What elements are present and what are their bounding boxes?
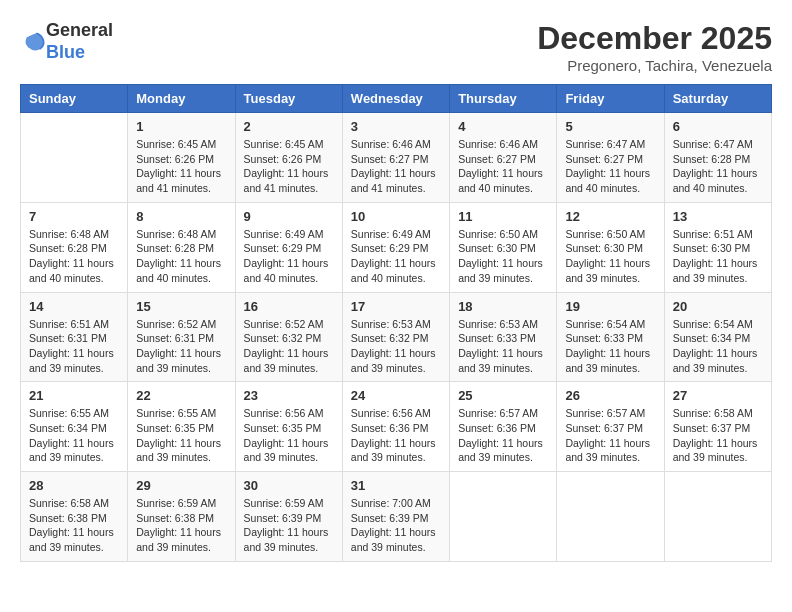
sunset-text: Sunset: 6:37 PM: [565, 422, 643, 434]
sunrise-text: Sunrise: 6:53 AM: [458, 318, 538, 330]
week-row-2: 14 Sunrise: 6:51 AM Sunset: 6:31 PM Dayl…: [21, 292, 772, 382]
day-cell-3-5: 26 Sunrise: 6:57 AM Sunset: 6:37 PM Dayl…: [557, 382, 664, 472]
day-cell-2-5: 19 Sunrise: 6:54 AM Sunset: 6:33 PM Dayl…: [557, 292, 664, 382]
sunset-text: Sunset: 6:27 PM: [351, 153, 429, 165]
sunrise-text: Sunrise: 6:57 AM: [458, 407, 538, 419]
day-cell-0-3: 3 Sunrise: 6:46 AM Sunset: 6:27 PM Dayli…: [342, 113, 449, 203]
daylight-text: Daylight: 11 hours and 40 minutes.: [673, 167, 758, 194]
sunrise-text: Sunrise: 6:46 AM: [351, 138, 431, 150]
sunset-text: Sunset: 6:30 PM: [565, 242, 643, 254]
sunset-text: Sunset: 6:33 PM: [565, 332, 643, 344]
day-cell-3-3: 24 Sunrise: 6:56 AM Sunset: 6:36 PM Dayl…: [342, 382, 449, 472]
sunset-text: Sunset: 6:38 PM: [136, 512, 214, 524]
calendar-header-row: Sunday Monday Tuesday Wednesday Thursday…: [21, 85, 772, 113]
day-cell-1-5: 12 Sunrise: 6:50 AM Sunset: 6:30 PM Dayl…: [557, 202, 664, 292]
day-info: Sunrise: 6:56 AM Sunset: 6:36 PM Dayligh…: [351, 406, 441, 465]
day-cell-4-3: 31 Sunrise: 7:00 AM Sunset: 6:39 PM Dayl…: [342, 472, 449, 562]
day-cell-0-2: 2 Sunrise: 6:45 AM Sunset: 6:26 PM Dayli…: [235, 113, 342, 203]
day-number: 1: [136, 119, 226, 134]
day-number: 30: [244, 478, 334, 493]
sunrise-text: Sunrise: 6:55 AM: [136, 407, 216, 419]
day-info: Sunrise: 6:55 AM Sunset: 6:34 PM Dayligh…: [29, 406, 119, 465]
sunrise-text: Sunrise: 6:49 AM: [351, 228, 431, 240]
sunrise-text: Sunrise: 6:53 AM: [351, 318, 431, 330]
daylight-text: Daylight: 11 hours and 39 minutes.: [565, 347, 650, 374]
daylight-text: Daylight: 11 hours and 41 minutes.: [351, 167, 436, 194]
day-number: 20: [673, 299, 763, 314]
day-info: Sunrise: 6:50 AM Sunset: 6:30 PM Dayligh…: [565, 227, 655, 286]
sunset-text: Sunset: 6:27 PM: [565, 153, 643, 165]
day-number: 23: [244, 388, 334, 403]
sunrise-text: Sunrise: 6:51 AM: [29, 318, 109, 330]
sunset-text: Sunset: 6:37 PM: [673, 422, 751, 434]
sunrise-text: Sunrise: 6:45 AM: [244, 138, 324, 150]
sunrise-text: Sunrise: 6:52 AM: [244, 318, 324, 330]
sunrise-text: Sunrise: 6:46 AM: [458, 138, 538, 150]
day-number: 29: [136, 478, 226, 493]
sunset-text: Sunset: 6:31 PM: [136, 332, 214, 344]
sunset-text: Sunset: 6:34 PM: [673, 332, 751, 344]
sunrise-text: Sunrise: 6:59 AM: [244, 497, 324, 509]
day-number: 11: [458, 209, 548, 224]
daylight-text: Daylight: 11 hours and 39 minutes.: [29, 437, 114, 464]
day-number: 15: [136, 299, 226, 314]
day-cell-3-6: 27 Sunrise: 6:58 AM Sunset: 6:37 PM Dayl…: [664, 382, 771, 472]
day-info: Sunrise: 6:49 AM Sunset: 6:29 PM Dayligh…: [244, 227, 334, 286]
day-number: 4: [458, 119, 548, 134]
day-number: 31: [351, 478, 441, 493]
day-info: Sunrise: 6:48 AM Sunset: 6:28 PM Dayligh…: [29, 227, 119, 286]
daylight-text: Daylight: 11 hours and 40 minutes.: [29, 257, 114, 284]
sunset-text: Sunset: 6:28 PM: [136, 242, 214, 254]
day-cell-1-0: 7 Sunrise: 6:48 AM Sunset: 6:28 PM Dayli…: [21, 202, 128, 292]
day-number: 9: [244, 209, 334, 224]
day-info: Sunrise: 6:56 AM Sunset: 6:35 PM Dayligh…: [244, 406, 334, 465]
day-info: Sunrise: 6:45 AM Sunset: 6:26 PM Dayligh…: [136, 137, 226, 196]
daylight-text: Daylight: 11 hours and 39 minutes.: [136, 347, 221, 374]
logo: General Blue: [20, 20, 113, 63]
daylight-text: Daylight: 11 hours and 40 minutes.: [136, 257, 221, 284]
day-info: Sunrise: 6:59 AM Sunset: 6:38 PM Dayligh…: [136, 496, 226, 555]
sunset-text: Sunset: 6:30 PM: [458, 242, 536, 254]
col-tuesday: Tuesday: [235, 85, 342, 113]
day-info: Sunrise: 6:53 AM Sunset: 6:32 PM Dayligh…: [351, 317, 441, 376]
day-cell-3-4: 25 Sunrise: 6:57 AM Sunset: 6:36 PM Dayl…: [450, 382, 557, 472]
sunrise-text: Sunrise: 6:48 AM: [136, 228, 216, 240]
daylight-text: Daylight: 11 hours and 39 minutes.: [673, 347, 758, 374]
day-cell-2-2: 16 Sunrise: 6:52 AM Sunset: 6:32 PM Dayl…: [235, 292, 342, 382]
day-cell-3-1: 22 Sunrise: 6:55 AM Sunset: 6:35 PM Dayl…: [128, 382, 235, 472]
sunrise-text: Sunrise: 6:54 AM: [565, 318, 645, 330]
daylight-text: Daylight: 11 hours and 39 minutes.: [351, 347, 436, 374]
day-cell-2-1: 15 Sunrise: 6:52 AM Sunset: 6:31 PM Dayl…: [128, 292, 235, 382]
day-cell-0-0: [21, 113, 128, 203]
sunset-text: Sunset: 6:35 PM: [244, 422, 322, 434]
daylight-text: Daylight: 11 hours and 39 minutes.: [351, 526, 436, 553]
sunrise-text: Sunrise: 6:58 AM: [29, 497, 109, 509]
sunset-text: Sunset: 6:28 PM: [29, 242, 107, 254]
sunrise-text: Sunrise: 6:45 AM: [136, 138, 216, 150]
day-info: Sunrise: 6:54 AM Sunset: 6:33 PM Dayligh…: [565, 317, 655, 376]
daylight-text: Daylight: 11 hours and 39 minutes.: [458, 437, 543, 464]
day-cell-4-0: 28 Sunrise: 6:58 AM Sunset: 6:38 PM Dayl…: [21, 472, 128, 562]
daylight-text: Daylight: 11 hours and 39 minutes.: [29, 526, 114, 553]
day-info: Sunrise: 6:58 AM Sunset: 6:38 PM Dayligh…: [29, 496, 119, 555]
day-number: 18: [458, 299, 548, 314]
day-cell-1-3: 10 Sunrise: 6:49 AM Sunset: 6:29 PM Dayl…: [342, 202, 449, 292]
sunrise-text: Sunrise: 7:00 AM: [351, 497, 431, 509]
sunset-text: Sunset: 6:33 PM: [458, 332, 536, 344]
sunrise-text: Sunrise: 6:50 AM: [565, 228, 645, 240]
day-info: Sunrise: 6:54 AM Sunset: 6:34 PM Dayligh…: [673, 317, 763, 376]
sunrise-text: Sunrise: 6:52 AM: [136, 318, 216, 330]
day-cell-4-5: [557, 472, 664, 562]
sunset-text: Sunset: 6:27 PM: [458, 153, 536, 165]
day-number: 27: [673, 388, 763, 403]
day-cell-1-2: 9 Sunrise: 6:49 AM Sunset: 6:29 PM Dayli…: [235, 202, 342, 292]
daylight-text: Daylight: 11 hours and 40 minutes.: [458, 167, 543, 194]
col-monday: Monday: [128, 85, 235, 113]
col-wednesday: Wednesday: [342, 85, 449, 113]
daylight-text: Daylight: 11 hours and 40 minutes.: [565, 167, 650, 194]
day-number: 3: [351, 119, 441, 134]
sunset-text: Sunset: 6:36 PM: [351, 422, 429, 434]
daylight-text: Daylight: 11 hours and 39 minutes.: [244, 437, 329, 464]
daylight-text: Daylight: 11 hours and 39 minutes.: [565, 257, 650, 284]
col-friday: Friday: [557, 85, 664, 113]
